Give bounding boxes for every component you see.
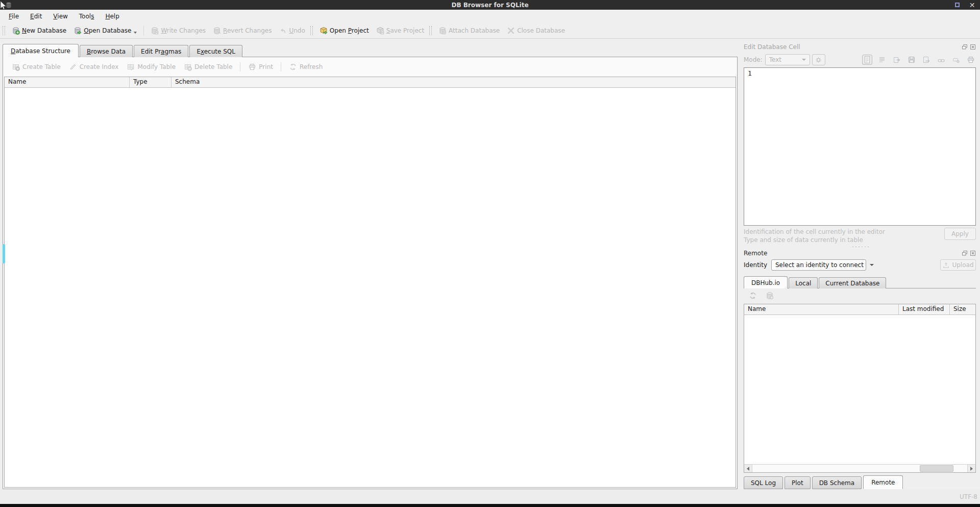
close-button[interactable]: ✕ (969, 2, 975, 8)
print-button[interactable]: Print (244, 61, 277, 73)
mouse-cursor (0, 1, 7, 11)
screen-edge-strip (0, 504, 980, 507)
main-area: Database Structure Browse Data Edit Prag… (0, 39, 740, 489)
structure-tree-body[interactable] (5, 88, 736, 487)
menubar: File Edit View Tools Help (0, 10, 980, 23)
delete-table-icon (184, 63, 192, 71)
remote-dock-title: Remote (744, 250, 767, 257)
upload-button[interactable]: Upload (940, 259, 976, 271)
tab-current-database[interactable]: Current Database (819, 277, 886, 288)
structure-tree: Name Type Schema (4, 77, 736, 488)
dock-close-icon[interactable] (970, 44, 976, 50)
statusbar: UTF-8 (0, 489, 980, 504)
scroll-right-arrow[interactable] (967, 465, 975, 472)
tab-plot[interactable]: Plot (785, 476, 811, 489)
horizontal-scrollbar[interactable] (744, 464, 975, 472)
column-header-size[interactable]: Size (950, 304, 975, 315)
tab-remote[interactable]: Remote (863, 475, 903, 489)
tab-edit-pragmas[interactable]: Edit Pragmas (134, 45, 188, 57)
dock-splitter[interactable] (744, 244, 976, 249)
link-icon (937, 56, 945, 64)
scrollbar-track[interactable] (752, 465, 967, 472)
set-null-button[interactable] (951, 55, 961, 65)
open-database-button[interactable]: Open Database (70, 25, 140, 36)
scroll-left-arrow[interactable] (744, 465, 752, 472)
tab-database-structure[interactable]: Database Structure (3, 44, 79, 57)
edit-cell-dock-titlebar[interactable]: Edit Database Cell (744, 43, 976, 51)
maximize-button[interactable] (954, 2, 961, 8)
encoding-indicator[interactable]: UTF-8 (960, 493, 977, 500)
identity-combobox[interactable]: Select an identity to connect (771, 259, 866, 271)
dock-float-icon[interactable] (962, 44, 968, 50)
gear-icon (815, 56, 822, 64)
column-header-schema[interactable]: Schema (172, 77, 736, 87)
new-database-button[interactable]: New Database (8, 25, 70, 36)
menu-help[interactable]: Help (100, 11, 125, 21)
remote-dock-titlebar[interactable]: Remote (744, 249, 976, 257)
tab-dbhub[interactable]: DBHub.io (744, 276, 788, 288)
mode-combobox[interactable]: Text (765, 54, 810, 65)
refresh-button[interactable]: Refresh (285, 61, 327, 73)
create-table-button[interactable]: Create Table (8, 61, 65, 73)
save-project-button[interactable]: Save Project (373, 25, 428, 36)
scrollbar-thumb[interactable] (920, 465, 953, 472)
toolbar-drag-handle[interactable] (310, 26, 313, 35)
mode-label: Mode: (744, 56, 763, 63)
cell-editor[interactable]: 1 (744, 67, 976, 226)
edit-cell-dock-title: Edit Database Cell (744, 43, 800, 51)
modify-table-button[interactable]: Modify Table (122, 61, 180, 73)
create-index-icon (69, 63, 77, 71)
menu-tools[interactable]: Tools (74, 11, 100, 21)
upload-icon (942, 261, 950, 269)
toolbar-separator (143, 26, 144, 36)
tab-browse-data[interactable]: Browse Data (80, 45, 133, 57)
tab-local[interactable]: Local (789, 277, 818, 288)
dock-close-icon[interactable] (970, 250, 976, 256)
identity-label: Identity (744, 261, 767, 269)
open-project-button[interactable]: Open Project (316, 25, 373, 36)
close-database-button[interactable]: Close Database (503, 25, 569, 36)
dock-float-icon[interactable] (962, 250, 968, 256)
auto-switch-mode-button[interactable] (812, 54, 825, 65)
set-null-icon (952, 56, 960, 64)
titlebar[interactable]: DB Browser for SQLite ✕ (0, 0, 980, 10)
text-mode-button[interactable] (862, 55, 872, 65)
open-external-button[interactable] (936, 55, 946, 65)
column-header-type[interactable]: Type (130, 77, 172, 87)
toolbar-drag-handle[interactable] (3, 26, 5, 35)
print-cell-button[interactable] (966, 55, 976, 65)
tab-execute-sql[interactable]: Execute SQL (189, 45, 242, 57)
write-changes-button[interactable]: Write Changes (147, 25, 209, 36)
column-header-name[interactable]: Name (5, 77, 130, 87)
column-header-last-modified[interactable]: Last modified (899, 304, 950, 315)
remote-refresh-button[interactable] (748, 291, 758, 301)
menu-file[interactable]: File (3, 11, 24, 21)
bottom-dock-tabbar: SQL Log Plot DB Schema Remote (744, 473, 976, 489)
undo-button[interactable]: Undo (275, 25, 308, 36)
cell-identification-text: Identification of the cell currently in … (744, 228, 885, 236)
word-wrap-button[interactable] (877, 55, 887, 65)
revert-changes-button[interactable]: Revert Changes (209, 25, 275, 36)
remote-clone-database-button[interactable] (765, 291, 775, 301)
text-mode-icon (863, 56, 871, 64)
attach-database-button[interactable]: Attach Database (435, 25, 503, 36)
menu-edit[interactable]: Edit (24, 11, 47, 21)
menu-view[interactable]: View (47, 11, 73, 21)
window-title: DB Browser for SQLite (0, 2, 980, 9)
export-data-button[interactable] (921, 55, 932, 65)
dock-area: Edit Database Cell Mode: Text (740, 39, 980, 489)
open-database-dropdown-arrow[interactable] (134, 32, 137, 34)
tab-sql-log[interactable]: SQL Log (744, 476, 783, 489)
undo-icon (279, 27, 287, 35)
apply-button[interactable]: Apply (944, 228, 976, 240)
tab-db-schema[interactable]: DB Schema (812, 476, 862, 489)
toolbar-drag-handle[interactable] (429, 26, 432, 35)
structure-tree-header: Name Type Schema (5, 77, 736, 88)
remote-table-body[interactable] (744, 315, 975, 464)
print-icon (967, 56, 975, 64)
import-data-button[interactable] (892, 55, 902, 65)
column-header-name[interactable]: Name (744, 304, 899, 315)
create-index-button[interactable]: Create Index (65, 61, 123, 73)
delete-table-button[interactable]: Delete Table (180, 61, 236, 73)
save-data-button[interactable] (906, 55, 917, 65)
